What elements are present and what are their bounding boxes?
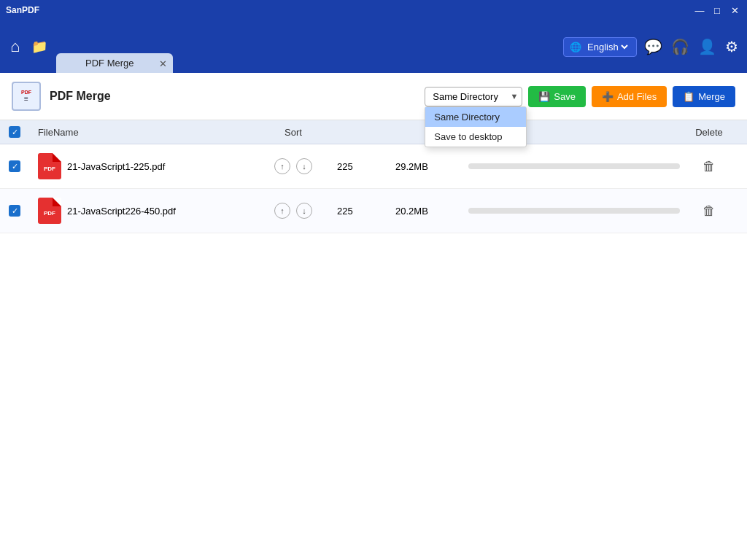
dropdown-item-save-desktop[interactable]: Save to desktop bbox=[425, 127, 526, 147]
sort-header: Sort bbox=[249, 127, 337, 138]
directory-dropdown-menu: Same Directory Save to desktop bbox=[425, 106, 527, 147]
add-files-button[interactable]: ➕ Add Files bbox=[592, 86, 667, 107]
app-title: SanPDF bbox=[6, 5, 39, 15]
delete-header: Delete bbox=[680, 127, 738, 138]
pdf-icon: PDF bbox=[38, 198, 61, 224]
row2-progress-bar bbox=[468, 208, 680, 214]
row1-filename-cell: PDF 21-JavaScript1-225.pdf bbox=[38, 153, 249, 179]
row2-status bbox=[468, 208, 680, 214]
directory-selector[interactable]: Same Directory Save to desktop ▼ Same Di… bbox=[425, 87, 522, 106]
filename-header: FileName bbox=[38, 127, 249, 138]
title-bar: SanPDF — □ ✕ bbox=[0, 0, 747, 20]
pdf-merge-tab[interactable]: PDF Merge ✕ bbox=[56, 53, 173, 73]
row1-status bbox=[468, 163, 680, 169]
maximize-button[interactable]: □ bbox=[711, 4, 724, 17]
folder-button[interactable]: 📁 bbox=[28, 36, 50, 58]
sort-down-button[interactable]: ↓ bbox=[296, 203, 312, 219]
table-row: ✓ PDF 21-JavaScript1-225.pdf ↑ ↓ 225 29.… bbox=[0, 144, 747, 189]
row1-sort: ↑ ↓ bbox=[249, 158, 337, 174]
select-all-checkbox[interactable]: ✓ bbox=[9, 126, 20, 138]
merge-label: Merge bbox=[698, 91, 725, 102]
add-files-icon: ➕ bbox=[602, 91, 614, 102]
sort-down-button[interactable]: ↓ bbox=[296, 158, 312, 174]
add-files-label: Add Files bbox=[617, 91, 657, 102]
home-button[interactable]: ⌂ bbox=[7, 34, 23, 59]
page-title-icon: PDF ≡ bbox=[12, 82, 41, 111]
language-selector[interactable]: 🌐 English 中文 日本語 bbox=[563, 37, 637, 57]
save-button[interactable]: 💾 Save bbox=[528, 86, 586, 107]
row2-filename-cell: PDF 21-JavaScript226-450.pdf bbox=[38, 198, 249, 224]
row1-pages: 225 bbox=[337, 161, 395, 172]
user-button[interactable]: 👤 bbox=[697, 36, 718, 57]
table-row: ✓ PDF 21-JavaScript226-450.pdf ↑ ↓ 225 2… bbox=[0, 189, 747, 233]
merge-button[interactable]: 📋 Merge bbox=[673, 86, 735, 107]
row2-filename: 21-JavaScript226-450.pdf bbox=[67, 206, 176, 217]
title-bar-controls: — □ ✕ bbox=[693, 4, 741, 17]
row2-delete-button[interactable]: 🗑 bbox=[703, 203, 716, 219]
content-area: PDF ≡ PDF Merge Same Directory Save to d… bbox=[0, 73, 747, 560]
directory-dropdown[interactable]: Same Directory Save to desktop bbox=[425, 87, 522, 106]
language-dropdown[interactable]: English 中文 日本語 bbox=[584, 41, 630, 53]
tab-area: PDF Merge ✕ bbox=[56, 20, 557, 73]
row1-progress-bar bbox=[468, 163, 680, 169]
page-title: PDF Merge bbox=[50, 90, 416, 103]
close-button[interactable]: ✕ bbox=[728, 4, 741, 17]
merge-icon: 📋 bbox=[683, 91, 694, 102]
row2-pages: 225 bbox=[337, 206, 395, 217]
tab-label: PDF Merge bbox=[85, 58, 133, 69]
page-header: PDF ≡ PDF Merge Same Directory Save to d… bbox=[0, 73, 747, 120]
sort-up-button[interactable]: ↑ bbox=[274, 203, 290, 219]
row2-size: 20.2MB bbox=[395, 206, 468, 217]
row2-sort: ↑ ↓ bbox=[249, 203, 337, 219]
row1-delete-button[interactable]: 🗑 bbox=[703, 159, 716, 174]
save-icon: 💾 bbox=[538, 91, 550, 102]
message-button[interactable]: 💬 bbox=[643, 36, 664, 57]
row1-size: 29.2MB bbox=[395, 161, 468, 172]
header-actions: Same Directory Save to desktop ▼ Same Di… bbox=[425, 86, 735, 107]
headphone-button[interactable]: 🎧 bbox=[670, 36, 691, 57]
row2-delete-cell: 🗑 bbox=[680, 203, 738, 219]
main-toolbar: ⌂ 📁 PDF Merge ✕ 🌐 English 中文 日本語 💬 🎧 👤 ⚙ bbox=[0, 20, 747, 73]
save-label: Save bbox=[554, 91, 576, 102]
pdf-icon: PDF bbox=[38, 153, 61, 179]
settings-button[interactable]: ⚙ bbox=[724, 36, 740, 57]
sort-up-button[interactable]: ↑ bbox=[274, 158, 290, 174]
dropdown-item-same-directory[interactable]: Same Directory bbox=[425, 107, 526, 127]
row2-checkbox[interactable]: ✓ bbox=[9, 205, 20, 217]
row1-filename: 21-JavaScript1-225.pdf bbox=[67, 161, 165, 172]
tab-close-button[interactable]: ✕ bbox=[159, 58, 167, 69]
minimize-button[interactable]: — bbox=[693, 4, 706, 17]
table-header: ✓ FileName Sort Status Delete bbox=[0, 120, 747, 144]
language-icon: 🌐 bbox=[570, 42, 581, 52]
row1-delete-cell: 🗑 bbox=[680, 159, 738, 174]
toolbar-right: 🌐 English 中文 日本語 💬 🎧 👤 ⚙ bbox=[563, 36, 740, 57]
row1-checkbox[interactable]: ✓ bbox=[9, 160, 20, 172]
